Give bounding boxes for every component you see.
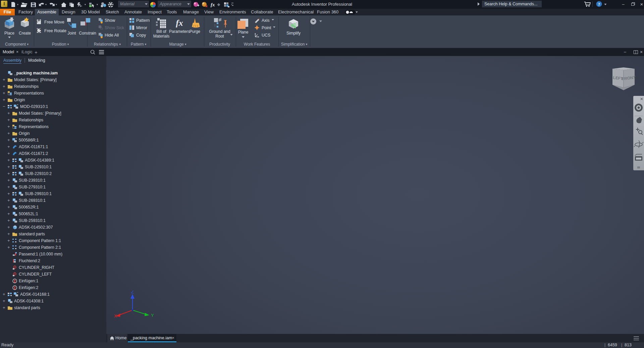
svg-text:Plane: Plane <box>238 30 249 35</box>
svg-text:X: X <box>114 313 117 318</box>
svg-text:Materials: Materials <box>153 34 170 39</box>
svg-text:Pattern: Pattern <box>136 18 150 23</box>
svg-text:UCS: UCS <box>262 33 270 38</box>
svg-text:Show: Show <box>105 18 115 23</box>
svg-text:Copy: Copy <box>136 33 146 38</box>
svg-text:Root: Root <box>215 34 224 39</box>
svg-text:Ground and: Ground and <box>209 29 230 34</box>
svg-text:Free Move: Free Move <box>44 20 64 24</box>
svg-text:Free Rotate: Free Rotate <box>44 28 66 33</box>
svg-text:Bill of: Bill of <box>156 29 166 34</box>
svg-text:Y: Y <box>151 313 154 318</box>
svg-text:Constrain: Constrain <box>79 31 96 36</box>
svg-text:Z: Z <box>131 291 134 294</box>
svg-text:Parameters: Parameters <box>169 29 190 34</box>
svg-text:fx: fx <box>176 18 183 28</box>
svg-text:Point: Point <box>262 25 271 30</box>
svg-text:Create: Create <box>19 31 31 36</box>
svg-text:?: ? <box>598 2 600 7</box>
svg-text:Joint: Joint <box>67 31 76 36</box>
svg-text:Purge: Purge <box>190 29 200 34</box>
svg-text:Show Sick: Show Sick <box>105 25 124 30</box>
svg-text:Axis: Axis <box>262 18 270 23</box>
svg-text:Place: Place <box>4 31 14 36</box>
svg-text:Simplify: Simplify <box>286 31 301 36</box>
svg-text:Hide All: Hide All <box>105 33 119 38</box>
svg-text:Mirror: Mirror <box>136 25 147 30</box>
